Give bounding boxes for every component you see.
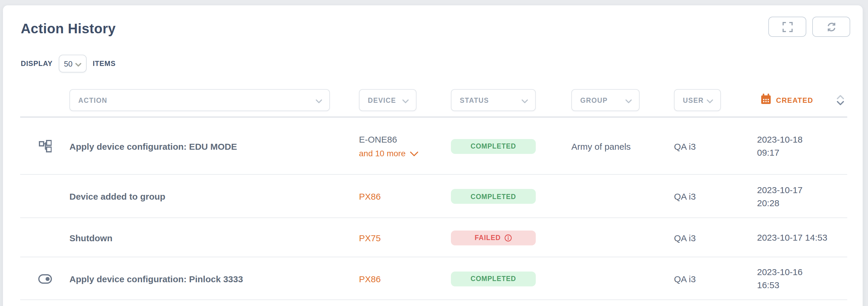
created-cell: 2023-10-18 09:17 xyxy=(757,133,847,159)
action-history-panel: Action History xyxy=(0,0,868,306)
device-cell: E-ONE86 and 10 more xyxy=(359,134,451,158)
user-cell: QA i3 xyxy=(674,232,757,243)
column-created-header[interactable]: CREATED xyxy=(757,93,847,107)
chevron-down-icon xyxy=(410,148,418,158)
device-link[interactable]: PX75 xyxy=(359,232,381,243)
refresh-button[interactable] xyxy=(812,17,850,37)
filter-action-label: ACTION xyxy=(78,96,107,104)
sort-desc-icon xyxy=(837,101,844,105)
display-label: DISPLAY xyxy=(21,59,53,68)
user-cell: QA i3 xyxy=(674,191,757,201)
chevron-down-icon xyxy=(707,95,713,106)
action-history-card: Action History xyxy=(3,5,863,306)
created-cell: 2023-10-17 14:53 xyxy=(757,231,847,244)
filter-device[interactable]: DEVICE xyxy=(359,89,416,111)
chevron-down-icon xyxy=(316,95,322,106)
action-cell: Apply device configuration: EDU MODE xyxy=(69,141,359,151)
sort-asc-icon xyxy=(837,95,844,99)
table-row[interactable]: Shutdown PX75 FAILED QA i3 xyxy=(3,218,863,257)
created-cell: 2023-10-16 16:53 xyxy=(757,266,847,292)
group-cell: Army of panels xyxy=(571,141,674,151)
page-title: Action History xyxy=(21,21,863,37)
column-created-label: CREATED xyxy=(776,96,813,104)
device-link[interactable]: PX86 xyxy=(359,191,381,201)
status-badge: COMPLETED xyxy=(451,271,536,286)
device-link[interactable]: PX86 xyxy=(359,274,381,284)
refresh-icon xyxy=(826,22,836,32)
sort-control[interactable] xyxy=(837,95,844,105)
chevron-down-icon xyxy=(522,95,528,106)
status-badge: FAILED xyxy=(451,230,536,245)
action-cell: Apply device configuration: Pinlock 3333 xyxy=(69,274,359,284)
status-badge: COMPLETED xyxy=(451,189,536,204)
chevron-down-icon xyxy=(625,95,632,106)
filter-user-label: USER xyxy=(683,96,704,104)
user-cell: QA i3 xyxy=(674,141,757,151)
items-label: ITEMS xyxy=(93,59,115,68)
filter-status[interactable]: STATUS xyxy=(451,89,536,111)
user-cell: QA i3 xyxy=(674,274,757,284)
filter-group[interactable]: GROUP xyxy=(571,89,640,111)
fullscreen-button[interactable] xyxy=(768,17,806,37)
filter-status-label: STATUS xyxy=(460,96,489,104)
display-count-value: 50 xyxy=(64,59,72,68)
display-count-control: DISPLAY 50 ITEMS xyxy=(21,55,863,73)
action-cell: Device added to group xyxy=(69,191,359,201)
status-cell: COMPLETED xyxy=(451,189,571,204)
display-count-select[interactable]: 50 xyxy=(58,55,87,73)
filter-action[interactable]: ACTION xyxy=(69,89,330,111)
status-cell: COMPLETED xyxy=(451,139,571,154)
fullscreen-icon xyxy=(782,22,793,32)
created-cell: 2023-10-17 20:28 xyxy=(757,183,847,210)
table-filter-row: ACTION DEVICE STATUS GROUP xyxy=(3,89,863,111)
chevron-down-icon xyxy=(75,59,81,68)
table-row[interactable]: Apply device configuration: EDU MODE E-O… xyxy=(3,118,863,175)
status-cell: COMPLETED xyxy=(451,271,571,286)
sitemap-icon xyxy=(20,140,69,153)
table-row[interactable]: Apply device configuration: Pinlock 3333… xyxy=(3,257,863,300)
calendar-icon xyxy=(761,93,771,107)
device-more-toggle[interactable]: and 10 more xyxy=(359,148,451,158)
status-badge: COMPLETED xyxy=(451,139,536,154)
toggle-icon xyxy=(20,274,69,284)
device-more-label: and 10 more xyxy=(359,148,405,158)
chevron-down-icon xyxy=(402,95,409,106)
info-icon[interactable] xyxy=(504,234,512,242)
filter-user[interactable]: USER xyxy=(674,89,721,111)
filter-device-label: DEVICE xyxy=(368,96,396,104)
card-toolbar xyxy=(768,17,850,37)
action-cell: Shutdown xyxy=(69,232,359,243)
status-label: FAILED xyxy=(475,234,501,241)
device-name: E-ONE86 xyxy=(359,134,451,144)
table-row[interactable]: Device added to group PX86 COMPLETED QA … xyxy=(3,175,863,218)
status-cell: FAILED xyxy=(451,230,571,245)
filter-group-label: GROUP xyxy=(580,96,608,104)
